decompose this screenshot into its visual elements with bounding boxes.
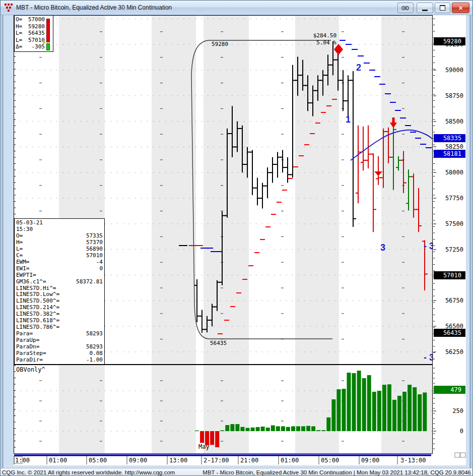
obv-bar <box>311 426 315 431</box>
time-axis-label: 05:00 <box>89 457 107 464</box>
obv-bar <box>246 428 250 431</box>
obv-bar <box>195 431 199 431</box>
chain-link-icon <box>401 5 410 11</box>
axis-badge-value: 58335 <box>443 135 461 142</box>
obv-bar <box>240 427 244 431</box>
obv-bar <box>377 391 381 431</box>
time-axis-label: 05:00 <box>321 457 339 464</box>
scroll-position-bar[interactable] <box>14 454 431 456</box>
axis-badge-value: 57010 <box>443 272 461 279</box>
price-axis-label: 57250 <box>445 246 463 253</box>
axis-badge-value: 479 <box>450 386 461 393</box>
obv-bar <box>342 389 346 431</box>
time-axis: 1:0001:0005:0009:0013:002-17:0021:0001:0… <box>14 453 465 465</box>
wave-label: 3 <box>380 243 385 253</box>
quote-candle-body <box>46 19 50 42</box>
status-left: CQG Inc. © 2021 All rights reserved worl… <box>2 469 175 475</box>
minimize-icon <box>422 10 428 11</box>
bracket-bottom-label: 56435 <box>210 340 227 346</box>
price-axis-label: 56250 <box>445 348 463 355</box>
study-row: H=57370 <box>16 240 103 246</box>
axis-badge-value: 59280 <box>443 38 461 45</box>
price-axis-label: 58500 <box>445 118 463 125</box>
obv-bar <box>418 394 422 431</box>
study-row: C=57010 <box>16 253 103 259</box>
quote-row: Δ=-305 <box>16 43 45 50</box>
obv-bar <box>413 387 417 431</box>
session-band <box>152 16 196 453</box>
time-axis-label: 3-13:00 <box>400 457 426 464</box>
quote-row: H=59280 <box>16 23 45 30</box>
study-row: O=57335 <box>16 233 103 240</box>
range-dollar-label: $284.50 <box>313 32 336 39</box>
time-axis-label: 2-17:00 <box>204 457 229 464</box>
scroll-end-button[interactable] <box>455 453 460 457</box>
price-axis[interactable] <box>433 15 466 465</box>
study-row: EWI=0 <box>16 266 103 272</box>
obv-bar <box>392 400 396 431</box>
wave-label: 1 <box>346 114 351 125</box>
obv-bar <box>306 426 310 431</box>
time-axis-label: 13:00 <box>169 457 187 464</box>
obv-bar <box>286 427 290 431</box>
time-axis-label: 01:00 <box>281 457 299 464</box>
obv-bar <box>261 427 265 431</box>
price-axis-label: 57750 <box>445 195 463 202</box>
status-right: MBT - Micro Bitcoin, Equalized Active 30… <box>202 469 471 475</box>
price-axis-label: 58000 <box>445 169 463 176</box>
obv-bar <box>235 424 239 431</box>
obv-bar <box>362 378 366 431</box>
month-label: May <box>198 443 210 450</box>
obv-bar <box>423 392 427 431</box>
study-row: EWM=-4 <box>16 259 103 266</box>
study-row: EWPTI= <box>16 272 103 279</box>
study-row: 05-03-21 <box>16 220 103 226</box>
obv-bar <box>225 425 229 431</box>
close-icon: × <box>458 5 462 12</box>
cqg-window: { "window": { "title": "MBT - Micro Bitc… <box>0 0 473 476</box>
obv-bar <box>321 430 325 431</box>
quote-row: L=56435 <box>16 30 45 37</box>
minimize-button[interactable] <box>417 3 433 13</box>
obv-bar <box>276 426 280 431</box>
axis-badge-value: 56435 <box>443 329 461 336</box>
status-bar: CQG Inc. © 2021 All rights reserved worl… <box>0 468 473 476</box>
time-axis-label: 21:00 <box>240 457 258 464</box>
range-percent-label: 5.04 % <box>316 39 336 46</box>
window-title: MBT - Micro Bitcoin, Equalized Active 30… <box>16 4 172 11</box>
title-bar[interactable]: MBT - Micro Bitcoin, Equalized Active 30… <box>1 1 472 15</box>
session-band <box>204 16 249 453</box>
price-axis-label: 56750 <box>445 297 463 304</box>
quote-box: O=57000H=59280L=56435L=57010Δ=-305 <box>14 15 53 52</box>
obv-bar <box>408 385 412 431</box>
close-button[interactable]: × <box>452 3 469 13</box>
window-border-stripe-right <box>469 15 471 468</box>
time-axis-label: 09:00 <box>361 457 379 464</box>
obv-bar <box>402 392 407 431</box>
window-border-stripe-left <box>2 15 4 468</box>
quote-row: O=57000 <box>16 16 45 23</box>
obv-bar <box>326 418 330 431</box>
restore-button[interactable] <box>435 3 450 13</box>
obv-bar <box>291 426 295 431</box>
obv-bar <box>301 426 305 431</box>
quote-candle-pointer-icon <box>43 40 46 45</box>
price-axis-label: 56500 <box>445 323 463 330</box>
quote-candle-current <box>46 43 50 50</box>
obv-axis-label: 250 <box>452 407 463 414</box>
link-window-button[interactable] <box>397 3 414 13</box>
down-arrow-icon <box>392 117 395 123</box>
obv-bar <box>266 428 270 431</box>
obv-bar <box>397 396 401 431</box>
session-band <box>295 16 339 453</box>
obv-bar <box>331 399 335 431</box>
study-row: ParaDir=-1.00 <box>16 357 103 364</box>
obv-bar <box>271 426 275 432</box>
obv-bar <box>256 427 260 431</box>
obv-axis-label: 0 <box>460 428 463 435</box>
obv-bar <box>220 430 224 431</box>
cqg-logo-icon <box>5 4 13 12</box>
scroll-end-button[interactable] <box>460 453 465 457</box>
price-axis-label: 58250 <box>445 143 463 150</box>
time-axis-label: 1:00 <box>15 457 30 464</box>
